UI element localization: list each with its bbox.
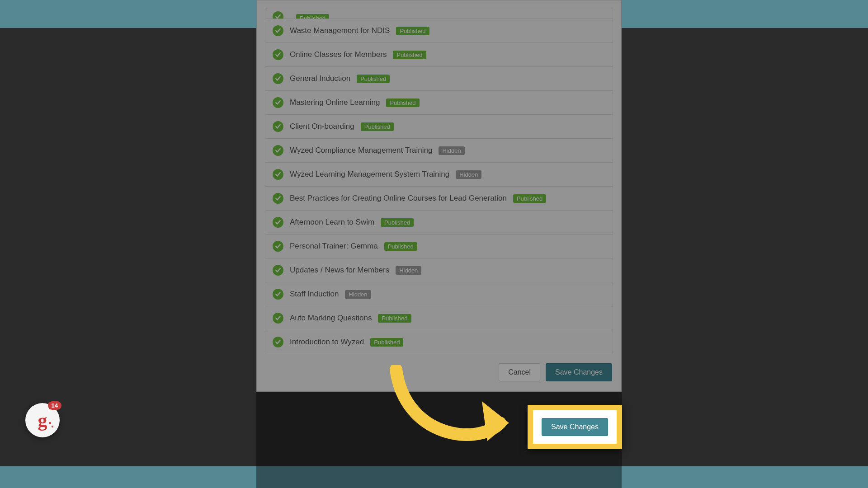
check-circle-icon: [273, 145, 283, 156]
dialog: PublishedWaste Management for NDISPublis…: [256, 0, 622, 392]
course-title: Waste Management for NDIS: [290, 26, 390, 35]
course-title: Mastering Online Learning: [290, 98, 380, 107]
check-circle-icon: [273, 73, 283, 84]
status-badge: Published: [513, 194, 546, 203]
status-badge: Hidden: [396, 266, 421, 275]
status-badge: Hidden: [456, 170, 481, 179]
save-button-highlighted[interactable]: Save Changes: [542, 418, 608, 436]
decorative-dot: [49, 422, 51, 424]
check-circle-icon: [273, 49, 283, 60]
course-title: Wyzed Learning Management System Trainin…: [290, 170, 449, 179]
course-list: PublishedWaste Management for NDISPublis…: [265, 9, 613, 354]
course-row[interactable]: Waste Management for NDISPublished: [265, 19, 613, 43]
check-circle-icon: [273, 121, 283, 132]
notification-badge: 14: [48, 401, 61, 410]
course-row[interactable]: Published: [265, 9, 613, 19]
course-row[interactable]: Online Classes for MembersPublished: [265, 43, 613, 67]
course-row[interactable]: Wyzed Learning Management System Trainin…: [265, 163, 613, 187]
course-row[interactable]: Afternoon Learn to SwimPublished: [265, 211, 613, 235]
status-badge: Hidden: [345, 290, 371, 299]
course-row[interactable]: Mastering Online LearningPublished: [265, 91, 613, 115]
course-row[interactable]: Client On-boardingPublished: [265, 115, 613, 139]
check-circle-icon: [273, 217, 283, 228]
check-circle-icon: [273, 289, 283, 300]
check-circle-icon: [273, 97, 283, 108]
status-badge: Published: [384, 242, 417, 251]
course-title: Wyzed Compliance Management Training: [290, 146, 432, 155]
course-title: Best Practices for Creating Online Cours…: [290, 194, 507, 203]
help-widget[interactable]: g 14: [25, 403, 60, 437]
status-badge: Published: [378, 314, 411, 323]
check-circle-icon: [273, 313, 283, 324]
course-row[interactable]: Personal Trainer: GemmaPublished: [265, 235, 613, 258]
check-circle-icon: [273, 337, 283, 347]
check-circle-icon: [273, 11, 283, 19]
check-circle-icon: [273, 25, 283, 36]
course-row[interactable]: Best Practices for Creating Online Cours…: [265, 187, 613, 211]
course-title: Staff Induction: [290, 290, 339, 299]
check-circle-icon: [273, 241, 283, 252]
course-title: Online Classes for Members: [290, 50, 387, 59]
status-badge: Published: [357, 75, 390, 83]
course-title: Personal Trainer: Gemma: [290, 242, 378, 251]
course-row[interactable]: General InductionPublished: [265, 67, 613, 91]
course-title: Auto Marking Questions: [290, 314, 372, 323]
course-row[interactable]: Updates / News for MembersHidden: [265, 258, 613, 282]
course-title: Introduction to Wyzed: [290, 338, 364, 347]
cancel-button[interactable]: Cancel: [499, 363, 540, 381]
check-circle-icon: [273, 169, 283, 180]
dialog-footer: Cancel Save Changes: [257, 354, 621, 391]
save-button[interactable]: Save Changes: [546, 363, 612, 381]
course-row[interactable]: Wyzed Compliance Management TrainingHidd…: [265, 139, 613, 163]
status-badge: Published: [296, 14, 329, 19]
course-row[interactable]: Auto Marking QuestionsPublished: [265, 306, 613, 330]
status-badge: Published: [393, 51, 426, 59]
check-circle-icon: [273, 193, 283, 204]
status-badge: Published: [396, 27, 429, 35]
course-title: Client On-boarding: [290, 122, 354, 131]
status-badge: Published: [386, 99, 419, 107]
status-badge: Published: [361, 122, 394, 131]
course-title: Updates / News for Members: [290, 266, 389, 275]
decorative-dot: [52, 426, 53, 427]
course-row[interactable]: Staff InductionHidden: [265, 282, 613, 306]
status-badge: Published: [381, 218, 414, 227]
course-row[interactable]: Introduction to WyzedPublished: [265, 330, 613, 354]
course-title: General Induction: [290, 74, 350, 83]
status-badge: Hidden: [439, 146, 464, 155]
status-badge: Published: [370, 338, 403, 347]
check-circle-icon: [273, 265, 283, 276]
course-title: Afternoon Learn to Swim: [290, 218, 374, 227]
save-button-highlight: Save Changes: [528, 405, 622, 449]
help-widget-glyph: g: [38, 411, 47, 430]
